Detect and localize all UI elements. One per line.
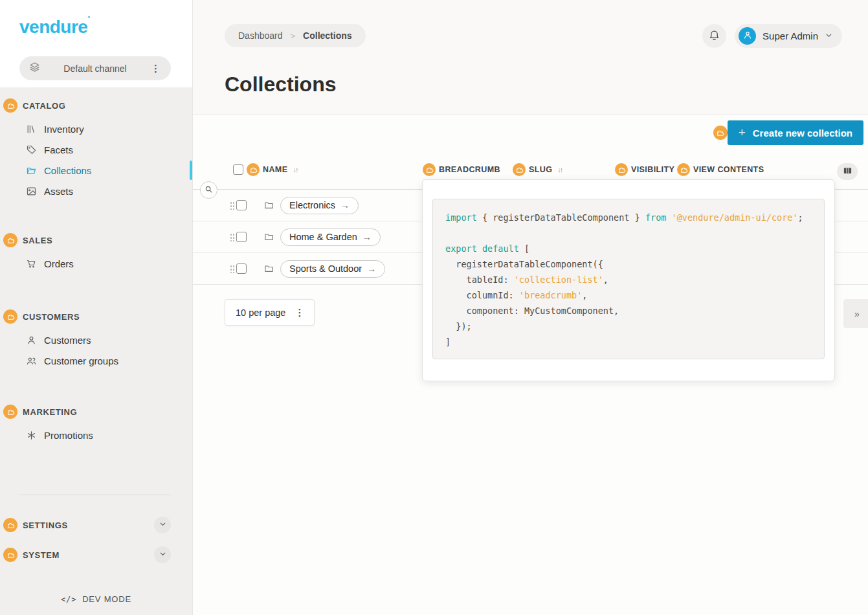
sort-icon[interactable]: ↓↑	[557, 166, 562, 173]
sidebar-item-label: Facets	[44, 144, 73, 155]
dev-mode-label: DEV MODE	[82, 594, 131, 604]
create-row: + Create new collection	[713, 120, 863, 145]
section-label-marketing: MARKETING	[23, 407, 77, 417]
image-icon	[26, 186, 37, 197]
topbar-actions: Super Admin	[702, 24, 842, 48]
extension-point-badge-icon[interactable]	[713, 126, 728, 140]
sidebar-item-label: Customer groups	[44, 355, 118, 366]
logo-row: vendure˚	[0, 0, 192, 38]
dev-mode-toggle[interactable]: </> DEV MODE	[0, 594, 192, 604]
channel-menu-kebab-icon[interactable]: ⋮	[150, 63, 162, 74]
sidebar-item-label: Customers	[44, 335, 91, 346]
kebab-menu-icon[interactable]: ⋮	[293, 307, 306, 319]
create-new-collection-button[interactable]: + Create new collection	[728, 120, 863, 145]
settings-expand-button[interactable]	[154, 517, 171, 533]
drag-handle-icon[interactable]	[230, 265, 234, 273]
extension-point-badge-icon[interactable]	[423, 163, 436, 176]
column-header-view-contents: VIEW CONTENTS	[677, 163, 764, 176]
chevron-down-icon	[159, 520, 167, 530]
per-page-label: 10 per page	[236, 308, 285, 318]
breadcrumb-item-dashboard[interactable]: Dashboard	[238, 30, 283, 41]
sidebar-item-label: Assets	[44, 186, 73, 197]
system-expand-button[interactable]	[154, 546, 171, 563]
folder-icon	[263, 263, 274, 274]
sidebar-item-orders[interactable]: Orders	[0, 253, 192, 274]
page-title: Collections	[225, 73, 336, 96]
sidebar-section-system: SYSTEM	[0, 547, 192, 563]
sidebar-item-assets[interactable]: Assets	[0, 181, 192, 201]
collection-chip-home-garden[interactable]: Home & Garden →	[280, 229, 381, 246]
chevron-right-icon: >	[291, 31, 296, 41]
sidebar-item-label: Inventory	[44, 124, 84, 135]
sidebar-section-settings: SETTINGS	[0, 517, 192, 533]
folder-icon	[263, 232, 274, 242]
section-label-customers: CUSTOMERS	[23, 312, 80, 322]
items-per-page-select[interactable]: 10 per page ⋮	[225, 299, 315, 326]
folder-icon	[263, 200, 274, 210]
user-icon	[26, 335, 37, 346]
extension-point-badge-icon[interactable]	[3, 233, 17, 247]
code-popup: import { registerDataTableComponent } fr…	[422, 179, 835, 381]
sidebar-item-customers[interactable]: Customers	[0, 330, 192, 350]
sidebar-section-marketing: MARKETING Promotions	[0, 404, 192, 445]
next-page-button[interactable]: »	[843, 299, 868, 328]
column-header-name: NAME ↓↑	[233, 163, 297, 176]
extension-point-badge-icon[interactable]	[513, 163, 526, 176]
row-checkbox[interactable]	[236, 263, 247, 274]
channel-selector[interactable]: Default channel ⋮	[19, 56, 171, 80]
column-header-visibility: VISIBILITY	[615, 163, 674, 176]
avatar	[739, 27, 756, 45]
cart-icon	[26, 258, 37, 269]
drag-handle-icon[interactable]	[230, 233, 234, 241]
column-header-slug: SLUG ↓↑	[513, 163, 562, 176]
collection-chip-sports-outdoor[interactable]: Sports & Outdoor →	[280, 260, 385, 278]
extension-point-badge-icon[interactable]	[677, 163, 690, 176]
arrow-right-icon: →	[340, 200, 350, 210]
breadcrumb-item-collections[interactable]: Collections	[303, 30, 351, 41]
code-block: import { registerDataTableComponent } fr…	[432, 199, 825, 359]
column-settings-button[interactable]	[837, 163, 858, 180]
sidebar-item-facets[interactable]: Facets	[0, 139, 192, 160]
notifications-button[interactable]	[702, 24, 726, 48]
section-label-system: SYSTEM	[23, 550, 60, 560]
sidebar-item-collections[interactable]: Collections	[0, 160, 192, 181]
column-header-breadcrumb: BREADCRUMB	[423, 163, 500, 176]
sidebar-item-label: Orders	[44, 258, 74, 269]
extension-point-badge-icon[interactable]	[3, 518, 17, 532]
layers-icon	[28, 61, 41, 76]
sidebar-item-customer-groups[interactable]: Customer groups	[0, 350, 192, 371]
sidebar-item-label: Collections	[44, 165, 91, 176]
sort-icon[interactable]: ↓↑	[293, 166, 297, 173]
chevron-down-icon	[159, 550, 167, 560]
extension-point-badge-icon[interactable]	[615, 163, 628, 176]
collections-content: + Create new collection NAME ↓↑ BREADCRU…	[193, 115, 868, 615]
extension-point-badge-icon[interactable]	[3, 548, 17, 562]
asterisk-icon	[26, 430, 37, 441]
search-icon	[204, 184, 214, 196]
vendure-admin-app: vendure˚ Default channel ⋮ CATALOG Inven…	[0, 0, 868, 615]
extension-point-badge-icon[interactable]	[247, 163, 260, 176]
user-menu[interactable]: Super Admin	[735, 24, 842, 48]
row-checkbox[interactable]	[236, 232, 247, 242]
extension-point-badge-icon[interactable]	[3, 309, 17, 324]
user-avatar-icon	[742, 30, 753, 43]
folder-icon	[26, 165, 37, 176]
vendure-logo[interactable]: vendure˚	[19, 17, 90, 37]
arrow-right-icon: →	[362, 232, 372, 242]
select-all-checkbox[interactable]	[233, 164, 243, 175]
section-label-settings: SETTINGS	[23, 520, 68, 530]
extension-point-badge-icon[interactable]	[3, 98, 17, 113]
columns-icon	[842, 166, 853, 177]
sidebar-nav: CATALOG Inventory Facets Collections Ass…	[0, 87, 192, 615]
sidebar-divider	[19, 495, 171, 495]
users-group-icon	[26, 355, 37, 366]
row-checkbox[interactable]	[236, 200, 247, 210]
sidebar-item-promotions[interactable]: Promotions	[0, 425, 192, 445]
search-button[interactable]	[200, 181, 217, 199]
extension-point-badge-icon[interactable]	[3, 405, 17, 419]
sidebar-item-inventory[interactable]: Inventory	[0, 118, 192, 139]
collection-chip-electronics[interactable]: Electronics →	[280, 197, 359, 214]
drag-handle-icon[interactable]	[230, 201, 234, 210]
page-header: Dashboard > Collections Super Admin Coll…	[193, 0, 868, 115]
inventory-icon	[26, 124, 37, 135]
